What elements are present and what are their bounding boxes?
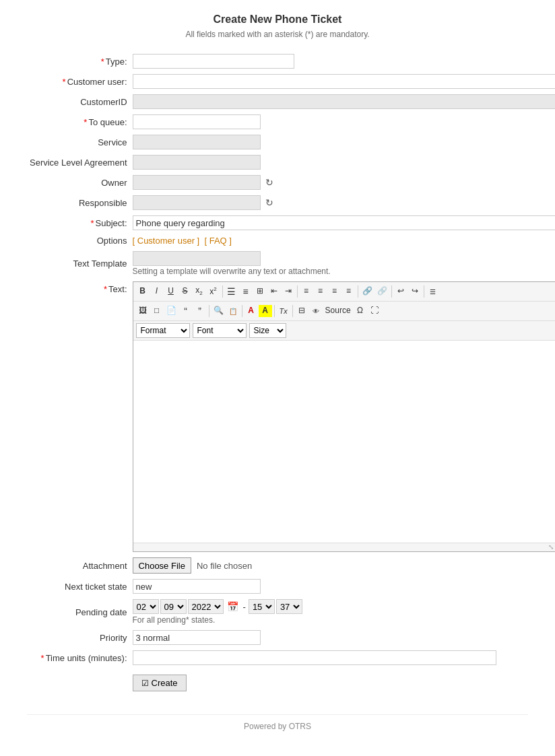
clear-button[interactable]: ☰ [426, 286, 440, 298]
to-queue-required-star: * [84, 117, 87, 127]
footer-text: Powered by OTRS [244, 722, 311, 731]
format-dropdown[interactable]: Format [136, 323, 190, 338]
customer-user-required-star: * [63, 77, 66, 87]
text-template-label: Text Template [27, 248, 130, 279]
redo-button[interactable]: ↪ [408, 285, 422, 298]
find-button[interactable]: 🔍 [211, 304, 226, 318]
underline-button[interactable]: U [164, 285, 178, 298]
sep2 [297, 285, 298, 298]
pending-day-select[interactable]: 02 [133, 599, 159, 614]
type-label: *Type: [27, 51, 130, 71]
customer-id-input[interactable] [133, 94, 555, 109]
owner-input[interactable] [133, 175, 261, 190]
blockquote-button[interactable]: “ [179, 304, 193, 318]
rte-resize-area: ⤡ [133, 543, 555, 551]
strikethrough-button[interactable]: S [178, 285, 192, 298]
priority-row: Priority [27, 627, 555, 648]
page-title: Create New Phone Ticket [27, 13, 528, 26]
subscript-button[interactable]: x2 [193, 284, 206, 299]
subject-required-star: * [90, 218, 94, 228]
customer-user-row: *Customer user: [27, 71, 555, 92]
priority-input[interactable] [133, 630, 261, 645]
options-customer-user-link[interactable]: [ Customer user ] [133, 236, 200, 246]
rich-text-editor: B I U S x2 x2 ☰ ≡ ⊞ ⇤ ⇥ [133, 281, 555, 552]
time-units-required-star: * [41, 653, 44, 663]
to-queue-input[interactable] [133, 114, 261, 129]
rte-toolbar-2: 🖼 □ 📄 “ ” 🔍 📋 A A Tx [133, 302, 555, 321]
align-center-button[interactable]: ≡ [314, 285, 327, 298]
sla-input[interactable] [133, 155, 261, 170]
subject-input[interactable] [133, 215, 555, 230]
customer-id-label: CustomerID [27, 92, 130, 112]
create-icon: ☑ [141, 679, 149, 688]
image-button[interactable]: 🖼 [136, 304, 150, 318]
time-units-input[interactable] [133, 650, 496, 665]
responsible-refresh-button[interactable]: ↻ [265, 197, 273, 208]
create-button[interactable]: ☑ Create [133, 675, 187, 691]
pending-month-select[interactable]: 09 [160, 599, 187, 614]
pending-hour-select[interactable]: 15 [249, 599, 275, 614]
size-dropdown[interactable]: Size [249, 323, 286, 338]
create-button-label: Create [152, 678, 178, 688]
remove-link-button[interactable]: 🔗 [375, 285, 389, 298]
sla-row: Service Level Agreement [27, 152, 555, 172]
date-dash: - [243, 602, 246, 612]
service-row: Service [27, 132, 555, 152]
next-state-input[interactable] [133, 579, 261, 594]
bg-color-button[interactable]: A [259, 305, 272, 317]
text-required-star: * [104, 284, 107, 294]
font-color-button[interactable]: A [244, 304, 258, 318]
remove-format-button[interactable]: Tx [277, 305, 290, 317]
insert-link-button[interactable]: 🔗 [360, 285, 374, 298]
no-file-label: No file chosen [197, 561, 252, 571]
rte-resize-handle[interactable]: ⤡ [548, 543, 555, 551]
page-break-button[interactable]: ⊟ [295, 304, 308, 318]
calendar-button[interactable]: 📅 [225, 601, 240, 612]
text-row: *Text: B I U S x2 x2 ☰ [27, 279, 555, 555]
type-required-star: * [101, 57, 104, 67]
italic-button[interactable]: I [150, 285, 164, 298]
sep6 [209, 305, 209, 317]
customer-user-label: Customer user [67, 77, 125, 87]
indent-more-button[interactable]: ⇥ [282, 285, 295, 298]
text-template-input[interactable] [133, 251, 261, 266]
superscript-button[interactable]: x2 [207, 285, 220, 299]
pending-minute-select[interactable]: 37 [276, 599, 302, 614]
options-faq-link[interactable]: [ FAQ ] [204, 236, 231, 246]
align-right-button[interactable]: ≡ [328, 285, 341, 298]
rte-body[interactable] [133, 341, 555, 543]
template-button[interactable]: 📄 [164, 304, 178, 318]
paste-text-button[interactable]: 📋 [226, 306, 240, 317]
service-label: Service [27, 132, 130, 152]
time-units-row: *Time units (minutes): [27, 648, 555, 668]
bold-button[interactable]: B [136, 285, 150, 298]
attachment-section: Choose File No file chosen [133, 557, 555, 574]
owner-refresh-button[interactable]: ↻ [265, 177, 273, 188]
customer-user-input[interactable] [133, 74, 555, 89]
footer: Powered by OTRS [27, 714, 528, 731]
choose-file-button[interactable]: Choose File [133, 557, 191, 574]
source-button[interactable]: Source [323, 304, 353, 318]
sep8 [274, 305, 275, 317]
special-chars-button[interactable]: Ω [354, 304, 367, 318]
div-button[interactable]: □ [150, 304, 164, 318]
undo-button[interactable]: ↩ [394, 285, 407, 298]
pending-date-row: Pending date 02 09 2022 📅 - [27, 596, 555, 627]
pending-year-select[interactable]: 2022 [188, 599, 224, 614]
ordered-list-button[interactable]: ☰ [225, 284, 238, 299]
table-button[interactable]: ⊞ [253, 285, 267, 298]
fullscreen-button[interactable]: ⛶ [368, 304, 381, 318]
time-units-label: Time units (minutes) [46, 653, 125, 663]
sep1 [222, 285, 223, 298]
font-dropdown[interactable]: Font [193, 323, 247, 338]
indent-less-button[interactable]: ⇤ [267, 285, 281, 298]
service-input[interactable] [133, 135, 261, 149]
type-input[interactable] [133, 54, 294, 69]
unordered-list-button[interactable]: ≡ [239, 284, 253, 299]
preview-button[interactable]: 👁 [309, 306, 323, 317]
responsible-input[interactable] [133, 195, 261, 210]
to-queue-row: *To queue: [27, 112, 555, 132]
align-justify-button[interactable]: ≡ [342, 285, 356, 298]
align-left-button[interactable]: ≡ [300, 285, 313, 298]
blockquote2-button[interactable]: ” [193, 304, 207, 318]
